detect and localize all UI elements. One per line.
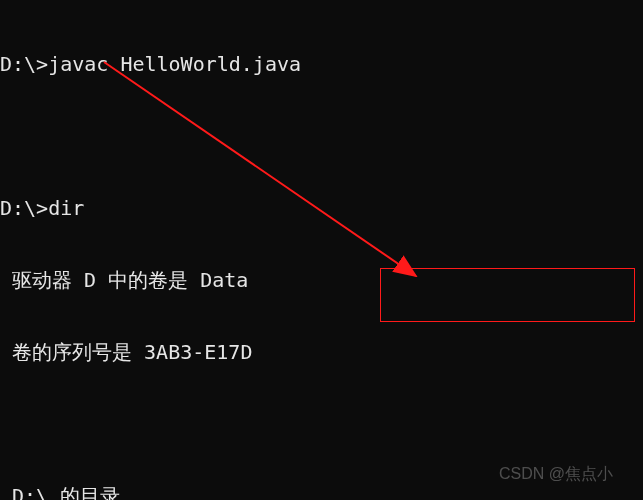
command-line-2: D:\>dir <box>0 196 643 220</box>
blank-line <box>0 124 643 148</box>
command-text: dir <box>48 196 84 220</box>
blank-line <box>0 412 643 436</box>
prompt: D:\> <box>0 52 48 76</box>
serial-line: 卷的序列号是 3AB3-E17D <box>0 340 643 364</box>
volume-line: 驱动器 D 中的卷是 Data <box>0 268 643 292</box>
prompt: D:\> <box>0 196 48 220</box>
directory-of-line: D:\ 的目录 <box>0 484 643 500</box>
terminal-output: D:\>javac HelloWorld.java D:\>dir 驱动器 D … <box>0 0 643 500</box>
command-text: javac HelloWorld.java <box>48 52 301 76</box>
command-line-1: D:\>javac HelloWorld.java <box>0 52 643 76</box>
